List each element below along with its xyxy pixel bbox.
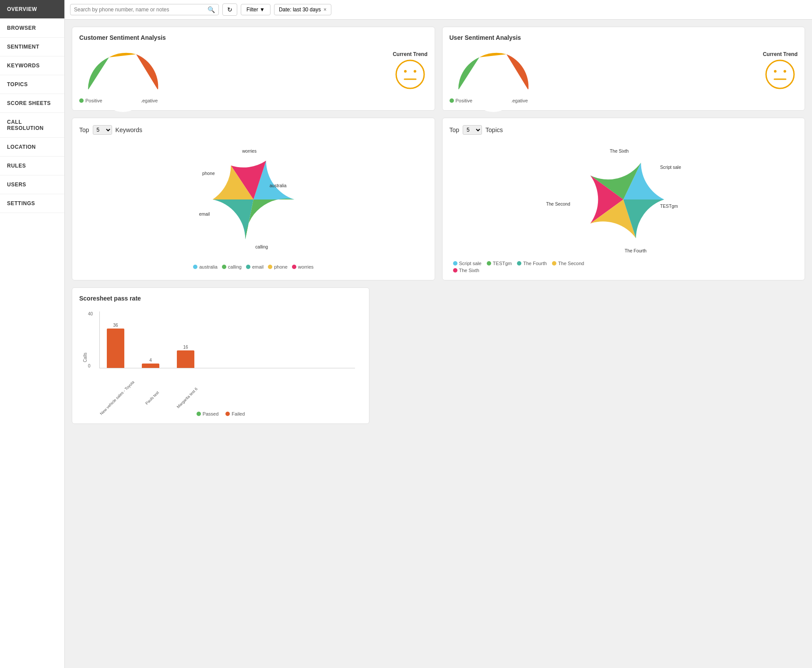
scoresheet-chart: Calls 40 0 36 New vehicle sales - Toyota [79,307,362,408]
kw-phone-dot [268,265,272,269]
sidebar-item-scoresheets[interactable]: SCORE SHEETS [0,94,64,113]
tp-legend-thesixth: The Sixth [453,268,479,273]
positive-label: Positive [85,98,102,103]
svg-rect-1 [86,89,160,98]
scoresheet-title: Scoresheet pass rate [79,295,362,302]
kw-worries-dot [292,265,296,269]
user-trend: Current Trend [763,51,798,90]
kw-email-dot [246,265,250,269]
bars-area: 36 New vehicle sales - Toyota 4 Pauls te… [99,311,355,368]
topics-pie: Script sale The Sixth The Second The Fou… [558,138,689,261]
customer-trend: Current Trend [393,51,427,90]
tp-thefourth-dot [517,261,521,266]
keywords-header: Top 51015 Keywords [79,125,428,135]
kw-legend-calling: calling [222,264,242,269]
tp-thesixth-label: The Sixth [459,268,479,273]
kw-worries-label: worries [298,264,313,269]
keywords-legend: australia calling email phone [79,264,428,269]
refresh-button[interactable]: ↻ [222,3,237,16]
content-area: Customer Sentiment Analysis [65,20,812,431]
kw-legend-email: email [246,264,264,269]
bar-rect-2 [142,364,159,368]
sidebar-item-browser[interactable]: BROWSER [0,19,64,38]
y-tick-0: 0 [88,364,91,368]
search-input[interactable] [74,7,207,13]
kw-legend-worries: worries [292,264,313,269]
bar-name-1: New vehicle sales - Toyota [99,380,135,416]
bar-value-3: 16 [183,345,188,350]
user-gauge [450,46,537,94]
tp-thesecond-dot [552,261,556,266]
bar-rect-1 [107,329,124,368]
svg-text:calling: calling [255,245,268,249]
user-smiley [765,59,795,90]
topics-legend-row2: The Sixth [453,268,794,273]
kw-australia-label: australia [199,264,218,269]
tp-thesecond-label: The Second [558,261,584,266]
sidebar-item-rules[interactable]: RULES [0,157,64,175]
svg-text:TESTgm: TESTgm [660,204,678,209]
ss-legend-failed: Failed [225,411,245,416]
svg-text:The Sixth: The Sixth [610,149,629,154]
topics-legend: Script sale TESTgm The Fourth The S [450,261,798,273]
u-legend-positive: Positive [450,98,473,103]
sidebar-item-topics[interactable]: TOPICS [0,75,64,94]
scoresheet-row: Scoresheet pass rate Calls 40 0 36 New [72,287,805,424]
keywords-card: Top 51015 Keywords [72,118,435,280]
topics-top-select[interactable]: 51015 [463,125,482,135]
y-axis-label: Calls [83,353,88,362]
ss-passed-label: Passed [203,411,219,416]
user-sentiment-card: User Sentiment Analysis Current Trend [442,27,805,111]
svg-point-3 [404,70,407,73]
search-box: 🔍 [70,4,219,15]
tp-testgm-label: TESTgm [493,261,512,266]
sidebar-item-settings[interactable]: SETTINGS [0,194,64,213]
bar-group-2: 4 Pauls test [142,358,159,368]
positive-dot [79,98,84,103]
tp-legend-scriptsale: Script sale [453,261,482,266]
sidebar-item-sentiment[interactable]: SENTIMENT [0,38,64,56]
u-positive-label: Positive [456,98,473,103]
keywords-topics-row: Top 51015 Keywords [72,118,805,280]
user-sentiment-title: User Sentiment Analysis [450,34,798,41]
search-icon: 🔍 [207,6,215,13]
user-sentiment-inner: Current Trend [450,46,798,94]
tp-legend-thefourth: The Fourth [517,261,547,266]
kw-legend-phone: phone [268,264,288,269]
filter-button[interactable]: Filter ▼ [241,4,271,15]
svg-text:worries: worries [242,149,257,154]
keywords-top-select[interactable]: 51015 [93,125,112,135]
svg-text:Script sale: Script sale [660,165,681,170]
sidebar-item-keywords[interactable]: KEYWORDS [0,56,64,75]
tp-thefourth-label: The Fourth [523,261,547,266]
topics-pie-container: Script sale The Sixth The Second The Fou… [450,138,798,261]
keywords-pie: australia worries phone email calling [188,138,319,261]
scoresheet-card: Scoresheet pass rate Calls 40 0 36 New [72,287,369,424]
svg-point-2 [396,60,424,88]
date-filter: Date: last 30 days × [274,4,331,15]
user-trend-label: Current Trend [763,51,798,57]
kw-legend-australia: australia [193,264,218,269]
sentiment-inner: Current Trend [79,46,428,94]
sidebar: OVERVIEW BROWSER SENTIMENT KEYWORDS TOPI… [0,0,65,668]
sidebar-item-call-resolution[interactable]: CALL RESOLUTION [0,113,64,138]
topbar: 🔍 ↻ Filter ▼ Date: last 30 days × [65,0,812,20]
customer-smiley [395,59,425,90]
ss-legend-passed: Passed [197,411,219,416]
tp-legend-testgm: TESTgm [487,261,512,266]
topics-title: Topics [485,126,503,133]
kw-email-label: email [252,264,264,269]
ss-failed-dot [225,412,230,416]
sidebar-item-overview[interactable]: OVERVIEW [0,0,64,19]
ss-passed-dot [197,412,201,416]
sidebar-item-location[interactable]: LOCATION [0,138,64,157]
date-filter-close[interactable]: × [323,7,327,13]
keywords-title: Keywords [116,126,142,133]
legend-positive: Positive [79,98,102,103]
sidebar-item-users[interactable]: USERS [0,175,64,194]
bar-name-3: Margarita test 6 [176,387,198,409]
tp-scriptsale-label: Script sale [459,261,482,266]
date-filter-label: Date: last 30 days [279,7,321,13]
scoresheet-legend: Passed Failed [79,411,362,416]
svg-rect-7 [456,89,531,98]
